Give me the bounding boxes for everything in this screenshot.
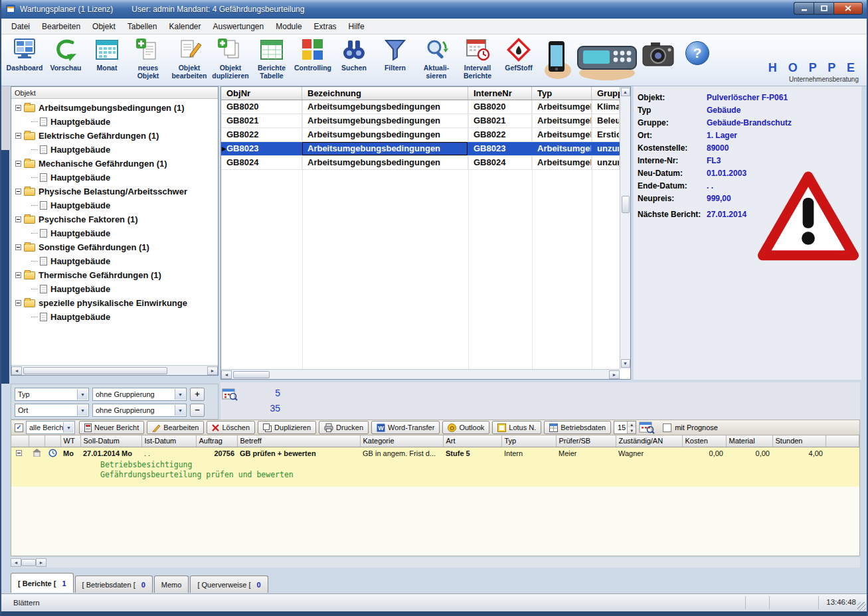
table-vertical-scrollbar[interactable]: ▲ ▼: [620, 87, 630, 369]
controlling-button[interactable]: Controlling: [292, 36, 333, 85]
collapse-icon[interactable]: [15, 189, 21, 194]
tree-child-item[interactable]: Hauptgebäude: [11, 198, 218, 212]
menu-item-auswertungen[interactable]: Auswertungen: [207, 19, 270, 34]
tree-node[interactable]: Psychische Faktoren (1): [11, 212, 218, 226]
report-filter-select[interactable]: alle Berich ▼: [26, 421, 75, 434]
reports-column-header[interactable]: Typ: [501, 435, 556, 447]
scroll-left-icon[interactable]: ◄: [221, 370, 232, 379]
tree-node[interactable]: Thermische Gefährdungen (1): [11, 268, 218, 282]
scroll-down-icon[interactable]: ▼: [621, 359, 630, 368]
tree-child-item[interactable]: Hauptgebäude: [11, 143, 218, 157]
print-report-button[interactable]: Drucken: [319, 421, 369, 434]
menu-item-objekt[interactable]: Objekt: [86, 19, 122, 34]
camera-button[interactable]: [640, 40, 676, 73]
duplicate-object-button[interactable]: Objekt duplizieren: [210, 36, 251, 85]
scrollbar-thumb[interactable]: [23, 367, 167, 374]
object-row[interactable]: GB8021ArbeitsumgebungsbedingungenGB8021A…: [221, 114, 620, 128]
tab-querverweise[interactable]: [ Querverweise [0: [190, 576, 268, 593]
reports-column-header[interactable]: Art: [443, 435, 501, 447]
column-header-objnr[interactable]: ObjNr: [221, 87, 302, 100]
scrollbar-thumb[interactable]: [21, 559, 36, 566]
interval-calendar-button[interactable]: [639, 421, 655, 434]
menu-item-datei[interactable]: Datei: [5, 19, 36, 34]
collapse-icon[interactable]: [15, 161, 21, 167]
report-table-button[interactable]: Berichte Tabelle: [251, 36, 292, 85]
scroll-right-icon[interactable]: ►: [609, 370, 620, 379]
scrollbar-thumb[interactable]: [622, 196, 630, 213]
reports-column-header[interactable]: Betreff: [237, 435, 360, 447]
tree-node[interactable]: Mechanische Gefährdungen (1): [11, 157, 218, 171]
scroll-right-icon[interactable]: ►: [207, 366, 218, 375]
filter-field-select-1[interactable]: Typ ▼: [15, 388, 89, 401]
menu-item-bearbeiten[interactable]: Bearbeiten: [36, 19, 86, 34]
reports-column-header[interactable]: Auftrag: [196, 435, 237, 447]
collapse-icon[interactable]: [15, 105, 21, 111]
tree-child-item[interactable]: Hauptgebäude: [11, 171, 218, 185]
reports-column-header[interactable]: Prüfer/SB: [556, 435, 616, 447]
tree-child-item[interactable]: Hauptgebäude: [11, 115, 218, 129]
collapse-row-icon[interactable]: [11, 447, 29, 460]
scroll-right-icon[interactable]: ►: [36, 558, 46, 567]
remove-filter-button[interactable]: −: [190, 404, 205, 417]
collapse-icon[interactable]: [15, 216, 21, 222]
tree-child-item[interactable]: Hauptgebäude: [11, 254, 218, 268]
object-row[interactable]: GB8020ArbeitsumgebungsbedingungenGB8020A…: [221, 100, 620, 114]
filter-field-select-2[interactable]: Ort ▼: [15, 404, 89, 417]
tab-memo[interactable]: Memo: [154, 576, 189, 593]
gefstoff-button[interactable]: GefStoff: [498, 36, 539, 85]
betriebsdaten-button[interactable]: Betriebsdaten: [544, 421, 611, 434]
object-row[interactable]: ▶GB8023ArbeitsumgebungsbedingungenGB8023…: [221, 142, 620, 156]
column-header-bezeichnung[interactable]: Bezeichnung: [302, 87, 468, 100]
reports-column-header[interactable]: Stunden: [772, 435, 825, 447]
reports-column-header[interactable]: Material: [726, 435, 772, 447]
reports-column-header[interactable]: Kategorie: [360, 435, 443, 447]
spinner-up-icon[interactable]: ▲: [628, 422, 636, 427]
menu-item-extras[interactable]: Extras: [308, 19, 343, 34]
collapse-icon[interactable]: [15, 272, 21, 278]
interval-reports-button[interactable]: Intervall Berichte: [457, 36, 498, 85]
scrollbar-thumb[interactable]: [233, 371, 270, 378]
duplicate-report-button[interactable]: Duplizieren: [258, 421, 316, 434]
object-row[interactable]: GB8024ArbeitsumgebungsbedingungenGB8024A…: [221, 156, 620, 170]
new-report-button[interactable]: Neuer Bericht: [79, 421, 144, 434]
reports-column-header[interactable]: Soll-Datum: [80, 435, 141, 447]
reports-column-header[interactable]: Kosten: [682, 435, 726, 447]
reports-column-header[interactable]: Ist-Datum: [141, 435, 196, 447]
tree-horizontal-scrollbar[interactable]: ◄ ►: [11, 365, 218, 375]
minimize-button[interactable]: [794, 2, 814, 15]
filter-grouping-select-2[interactable]: ohne Gruppierung ▼: [92, 404, 187, 417]
report-row[interactable]: Mo27.01.2014 Mo. .20756GB prüfen + bewer…: [11, 447, 859, 460]
reports-horizontal-scrollbar[interactable]: ◄ ►: [11, 558, 860, 568]
tree-node[interactable]: Physische Belastung/Arbeitsschwer: [11, 185, 218, 198]
menu-item-kalender[interactable]: Kalender: [163, 19, 207, 34]
outlook-button[interactable]: O Outlook: [442, 421, 489, 434]
reports-column-header[interactable]: Zuständig/AN: [616, 435, 682, 447]
tree-node[interactable]: Elektrische Gefährdungen (1): [11, 129, 218, 143]
tree-child-item[interactable]: Hauptgebäude: [11, 310, 218, 324]
column-header-typ[interactable]: Typ: [532, 87, 592, 100]
maximize-button[interactable]: [814, 2, 833, 15]
collapse-icon[interactable]: [15, 300, 21, 306]
menu-item-module[interactable]: Module: [270, 19, 307, 34]
menu-item-hilfe[interactable]: Hilfe: [343, 19, 371, 34]
title-bar[interactable]: Wartungsplaner (1 Lizenz) User: admin Ma…: [1, 0, 867, 19]
refresh-button[interactable]: Aktuali- sieren: [416, 36, 457, 85]
prognose-checkbox[interactable]: ✓: [663, 424, 671, 432]
edit-report-button[interactable]: Bearbeiten: [147, 421, 204, 434]
new-object-button[interactable]: neues Objekt: [128, 36, 169, 85]
resize-grip[interactable]: [857, 602, 866, 611]
search-button[interactable]: Suchen: [333, 36, 375, 85]
help-button[interactable]: ?: [685, 41, 709, 65]
reports-filter-checkbox[interactable]: ✓: [15, 424, 23, 432]
table-horizontal-scrollbar[interactable]: ◄ ►: [221, 369, 620, 379]
scroll-up-icon[interactable]: ▲: [621, 88, 630, 96]
tab-berichte[interactable]: [ Berichte [1: [11, 573, 74, 593]
lotus-notes-button[interactable]: Lotus N.: [492, 421, 541, 434]
object-row[interactable]: GB8022ArbeitsumgebungsbedingungenGB8022A…: [221, 128, 620, 142]
tree-node[interactable]: spezielle physikalische Einwirkunge: [11, 296, 218, 310]
interval-spinner[interactable]: 15 ▲▼: [614, 421, 636, 434]
edit-object-button[interactable]: Objekt bearbeiten: [169, 36, 210, 85]
reports-column-header[interactable]: WT: [60, 435, 80, 447]
word-transfer-button[interactable]: W Word-Transfer: [371, 421, 440, 434]
filter-grouping-select-1[interactable]: ohne Gruppierung ▼: [92, 388, 187, 401]
